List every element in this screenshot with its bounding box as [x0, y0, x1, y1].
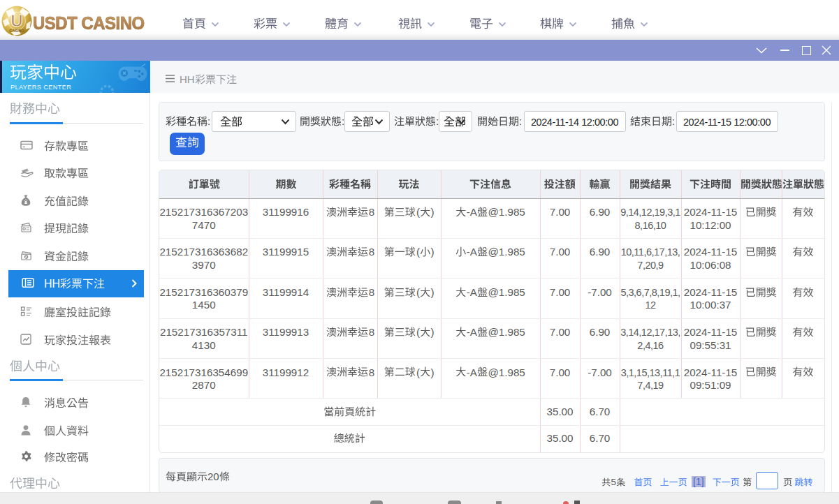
svg-text:CASINO: CASINO — [9, 29, 24, 33]
svg-text:U: U — [10, 11, 22, 30]
